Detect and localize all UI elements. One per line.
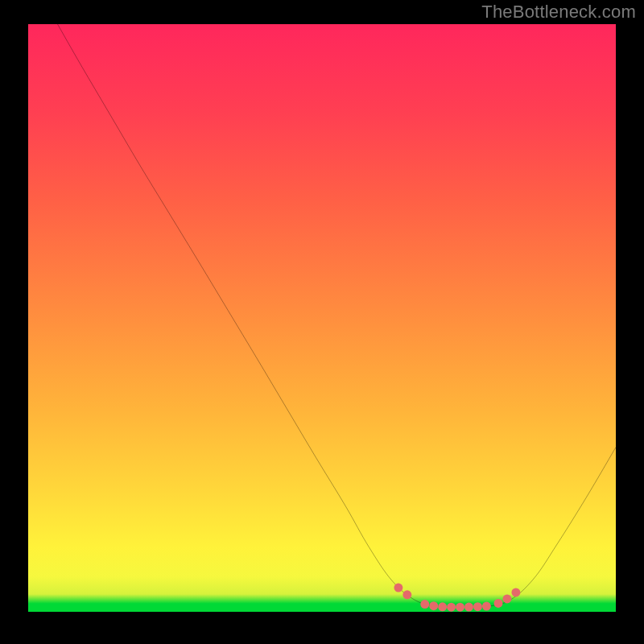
gradient-background xyxy=(28,24,616,612)
chart-frame: TheBottleneck.com xyxy=(0,0,644,644)
watermark-text: TheBottleneck.com xyxy=(481,2,636,23)
plot-area xyxy=(28,24,616,612)
